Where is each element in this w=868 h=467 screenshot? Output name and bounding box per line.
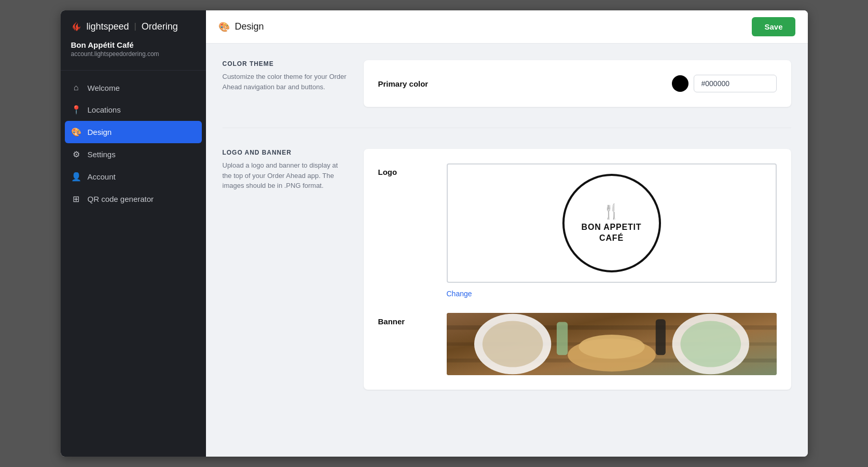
home-icon: ⌂ xyxy=(71,83,81,92)
sidebar-item-locations[interactable]: 📍 Locations xyxy=(61,99,206,121)
brand-divider: | xyxy=(134,22,136,31)
topbar: 🎨 Design Save xyxy=(206,10,808,44)
sidebar-item-qr-code[interactable]: ⊞ QR code generator xyxy=(61,188,206,210)
sidebar-item-qr-label: QR code generator xyxy=(88,195,154,203)
color-input-group xyxy=(672,75,777,92)
svg-point-7 xyxy=(680,321,741,367)
logo-image-box: 🍴 BON APPETIT CAFÉ xyxy=(447,163,777,283)
logo-label: Logo xyxy=(378,163,430,176)
cafe-logo-line1: BON APPETIT xyxy=(582,223,642,231)
logo-area: 🍴 BON APPETIT CAFÉ Change xyxy=(447,163,777,298)
brand-name: lightspeed xyxy=(87,21,129,32)
color-theme-desc: Customize the color theme for your Order… xyxy=(223,72,347,92)
svg-rect-11 xyxy=(655,319,665,355)
svg-point-5 xyxy=(482,321,543,367)
color-theme-card: Primary color xyxy=(364,60,791,107)
color-swatch[interactable] xyxy=(672,75,688,92)
logo-banner-title: LOGO AND BANNER xyxy=(223,149,347,156)
sidebar-header: lightspeed | Ordering Bon Appétit Café a… xyxy=(61,10,206,71)
color-theme-title: COLOR THEME xyxy=(223,60,347,67)
svg-rect-10 xyxy=(557,322,568,355)
person-icon: 👤 xyxy=(71,172,81,182)
sidebar-item-settings[interactable]: ⚙ Settings xyxy=(61,143,206,166)
sidebar-item-settings-label: Settings xyxy=(88,150,116,159)
color-theme-section: COLOR THEME Customize the color theme fo… xyxy=(223,60,791,107)
gear-icon: ⚙ xyxy=(71,149,81,159)
content-area: COLOR THEME Customize the color theme fo… xyxy=(206,44,808,457)
sidebar-item-design[interactable]: 🎨 Design xyxy=(65,121,202,143)
sidebar-item-locations-label: Locations xyxy=(88,105,121,114)
pin-icon: 📍 xyxy=(71,105,81,115)
color-theme-info: COLOR THEME Customize the color theme fo… xyxy=(223,60,347,107)
banner-image xyxy=(447,313,777,375)
page-title-area: 🎨 Design xyxy=(218,21,264,33)
svg-point-9 xyxy=(578,335,644,359)
sidebar-item-account-label: Account xyxy=(88,172,116,181)
sidebar-item-account[interactable]: 👤 Account xyxy=(61,166,206,188)
palette-icon: 🎨 xyxy=(71,127,81,137)
logo-banner-card: Logo 🍴 BON APPETIT CAFÉ xyxy=(364,149,791,390)
sidebar-item-welcome[interactable]: ⌂ Welcome xyxy=(61,77,206,99)
logo-banner-info: LOGO AND BANNER Upload a logo and banner… xyxy=(223,149,347,390)
page-title: Design xyxy=(235,21,264,32)
sidebar-item-welcome-label: Welcome xyxy=(88,84,120,92)
sidebar-item-design-label: Design xyxy=(88,128,112,136)
save-button[interactable]: Save xyxy=(752,17,795,36)
cafe-logo: 🍴 BON APPETIT CAFÉ xyxy=(562,174,661,272)
lightspeed-flame-icon xyxy=(71,21,82,32)
cafe-logo-text: BON APPETIT CAFÉ xyxy=(582,222,642,244)
logo-banner-section: LOGO AND BANNER Upload a logo and banner… xyxy=(223,149,791,390)
brand-ordering: Ordering xyxy=(142,21,178,32)
app-window: lightspeed | Ordering Bon Appétit Café a… xyxy=(61,10,808,457)
logo-row: Logo 🍴 BON APPETIT CAFÉ xyxy=(378,163,777,298)
account-url: account.lightspeedordering.com xyxy=(71,50,196,58)
account-info: Bon Appétit Café account.lightspeedorder… xyxy=(71,40,196,58)
main-area: 🎨 Design Save COLOR THEME Customize the … xyxy=(206,10,808,457)
color-value-input[interactable] xyxy=(694,75,777,92)
logo-banner-desc: Upload a logo and banner to display at t… xyxy=(223,160,347,191)
qr-icon: ⊞ xyxy=(71,194,81,204)
fork-spoon-icon: 🍴 xyxy=(602,203,621,220)
design-topbar-icon: 🎨 xyxy=(218,21,230,33)
brand-logo: lightspeed | Ordering xyxy=(71,21,196,32)
sidebar-nav: ⌂ Welcome 📍 Locations 🎨 Design ⚙ Setting… xyxy=(61,71,206,457)
banner-label: Banner xyxy=(378,313,430,326)
banner-row: Banner xyxy=(378,313,777,375)
cafe-logo-circle: 🍴 BON APPETIT CAFÉ xyxy=(562,174,661,272)
account-name: Bon Appétit Café xyxy=(71,40,196,49)
cafe-logo-line2: CAFÉ xyxy=(599,233,624,242)
section-divider xyxy=(223,128,791,128)
color-row: Primary color xyxy=(378,75,777,92)
change-logo-link[interactable]: Change xyxy=(447,290,472,298)
primary-color-label: Primary color xyxy=(378,79,429,88)
sidebar: lightspeed | Ordering Bon Appétit Café a… xyxy=(61,10,206,457)
